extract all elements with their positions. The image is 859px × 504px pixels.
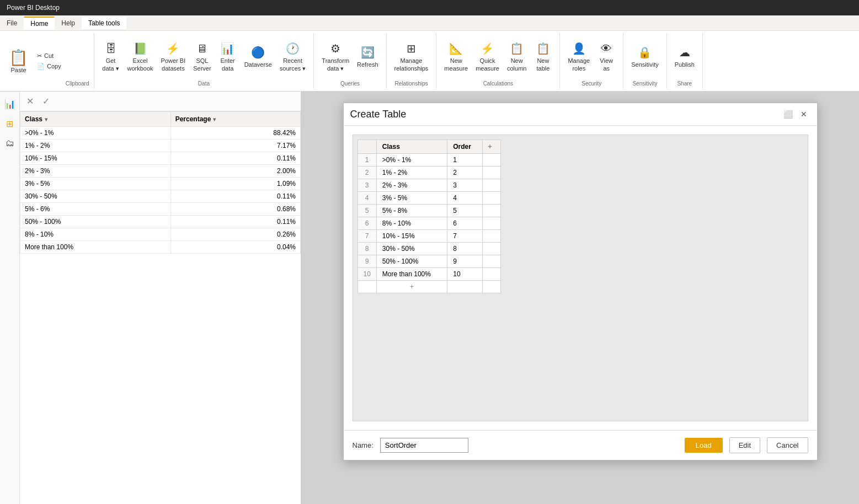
quick-measure-button[interactable]: ⚡ Quickmeasure bbox=[472, 39, 503, 75]
cell-class[interactable]: 1% - 2% bbox=[20, 140, 171, 152]
sidebar-data-icon[interactable]: ⊞ bbox=[2, 116, 18, 131]
dataverse-button[interactable]: 🔵 Dataverse bbox=[241, 43, 275, 71]
formula-confirm-button[interactable]: ✓ bbox=[40, 95, 52, 108]
recent-sources-button[interactable]: 🕐 Recentsources ▾ bbox=[276, 39, 310, 75]
paste-button[interactable]: 📋 Paste bbox=[4, 35, 33, 87]
new-column-button[interactable]: 📋 Newcolumn bbox=[504, 39, 530, 75]
security-buttons: 👤 Manageroles 👁 Viewas bbox=[564, 35, 618, 78]
col-header-percentage[interactable]: Percentage ▾ bbox=[170, 112, 300, 127]
powerbi-icon: ⚡ bbox=[166, 41, 180, 56]
new-measure-button[interactable]: 📐 Newmeasure bbox=[441, 39, 471, 75]
cell-percentage[interactable]: 0.11% bbox=[170, 216, 300, 228]
cell-class[interactable]: 5% - 6% bbox=[20, 203, 171, 216]
row-class[interactable]: >0% - 1% bbox=[376, 154, 447, 167]
excel-button[interactable]: 📗 Excelworkbook bbox=[124, 39, 157, 75]
row-order[interactable]: 1 bbox=[447, 154, 482, 167]
row-order[interactable]: 8 bbox=[447, 243, 482, 255]
cell-class[interactable]: 8% - 10% bbox=[20, 228, 171, 241]
menu-table-tools[interactable]: Table tools bbox=[82, 17, 126, 29]
cancel-button[interactable]: Cancel bbox=[767, 437, 808, 453]
menu-file[interactable]: File bbox=[0, 17, 24, 29]
get-data-button[interactable]: 🗄 Getdata ▾ bbox=[99, 39, 123, 75]
cell-class[interactable]: More than 100% bbox=[20, 241, 171, 254]
view-as-label: Viewas bbox=[600, 57, 613, 73]
row-order[interactable]: 6 bbox=[447, 217, 482, 230]
cell-percentage[interactable]: 2.00% bbox=[170, 165, 300, 178]
copy-icon: 📄 bbox=[37, 63, 45, 70]
transform-button[interactable]: ⚙ Transformdata ▾ bbox=[318, 39, 353, 75]
create-table-order-header[interactable]: Order bbox=[447, 140, 482, 154]
cut-button[interactable]: ✂ Cut bbox=[35, 51, 63, 61]
menu-home[interactable]: Home bbox=[24, 17, 55, 30]
cell-class[interactable]: 10% - 15% bbox=[20, 152, 171, 165]
row-order[interactable]: 2 bbox=[447, 167, 482, 179]
edit-button[interactable]: Edit bbox=[729, 437, 760, 453]
cell-class[interactable]: 2% - 3% bbox=[20, 165, 171, 178]
row-class[interactable]: 8% - 10% bbox=[376, 217, 447, 230]
cell-percentage[interactable]: 0.04% bbox=[170, 241, 300, 254]
row-class[interactable]: 2% - 3% bbox=[376, 179, 447, 192]
col-percentage-dropdown[interactable]: ▾ bbox=[213, 116, 216, 122]
row-num: 1 bbox=[358, 154, 376, 167]
row-class[interactable]: More than 100% bbox=[376, 268, 447, 281]
row-class[interactable]: 50% - 100% bbox=[376, 255, 447, 268]
table-row: 5% - 6% 0.68% bbox=[20, 203, 301, 216]
modal-close-button[interactable]: ✕ bbox=[797, 108, 810, 121]
queries-group: ⚙ Transformdata ▾ 🔄 Refresh Queries bbox=[314, 33, 386, 89]
row-class[interactable]: 30% - 50% bbox=[376, 243, 447, 255]
sql-icon: 🖥 bbox=[196, 41, 207, 56]
powerbi-datasets-button[interactable]: ⚡ Power BIdatasets bbox=[158, 39, 189, 75]
row-class[interactable]: 10% - 15% bbox=[376, 230, 447, 243]
sensitivity-button[interactable]: 🔒 Sensitivity bbox=[628, 43, 662, 71]
queries-group-label: Queries bbox=[340, 78, 360, 87]
menu-help[interactable]: Help bbox=[55, 17, 82, 29]
row-order[interactable]: 10 bbox=[447, 268, 482, 281]
publish-button[interactable]: ☁ Publish bbox=[671, 43, 698, 71]
new-table-label: Newtable bbox=[536, 57, 549, 73]
row-order[interactable]: 5 bbox=[447, 205, 482, 217]
load-button[interactable]: Load bbox=[685, 438, 723, 453]
manage-relationships-button[interactable]: ⊞ Managerelationships bbox=[391, 39, 432, 75]
sql-server-button[interactable]: 🖥 SQLServer bbox=[190, 39, 214, 75]
cell-percentage[interactable]: 0.11% bbox=[170, 152, 300, 165]
add-row-button[interactable]: + bbox=[376, 281, 447, 293]
row-order[interactable]: 9 bbox=[447, 255, 482, 268]
enter-data-button[interactable]: 📊 Enterdata bbox=[216, 39, 240, 75]
refresh-button[interactable]: 🔄 Refresh bbox=[354, 43, 382, 71]
dataverse-icon: 🔵 bbox=[251, 45, 265, 60]
cell-percentage[interactable]: 1.09% bbox=[170, 178, 300, 190]
table-row: More than 100% 0.04% bbox=[20, 241, 301, 254]
queries-buttons: ⚙ Transformdata ▾ 🔄 Refresh bbox=[318, 35, 381, 78]
row-num: 10 bbox=[358, 268, 376, 281]
cell-percentage[interactable]: 0.11% bbox=[170, 190, 300, 203]
cell-percentage[interactable]: 0.26% bbox=[170, 228, 300, 241]
cell-class[interactable]: 50% - 100% bbox=[20, 216, 171, 228]
create-table-class-header[interactable]: Class bbox=[376, 140, 447, 154]
col-class-dropdown[interactable]: ▾ bbox=[45, 116, 47, 122]
cell-percentage[interactable]: 7.17% bbox=[170, 140, 300, 152]
create-table-add-col[interactable]: + bbox=[482, 140, 500, 154]
row-order[interactable]: 4 bbox=[447, 192, 482, 205]
sidebar-report-icon[interactable]: 📊 bbox=[2, 96, 18, 111]
modal-maximize-button[interactable]: ⬜ bbox=[782, 108, 795, 121]
data-table-wrapper: Class ▾ Percentage ▾ >0% bbox=[20, 111, 301, 504]
name-input[interactable] bbox=[380, 438, 468, 453]
new-table-button[interactable]: 📋 Newtable bbox=[531, 39, 555, 75]
cell-percentage[interactable]: 0.68% bbox=[170, 203, 300, 216]
copy-button[interactable]: 📄 Copy bbox=[35, 62, 63, 71]
col-header-class[interactable]: Class ▾ bbox=[20, 112, 171, 127]
new-measure-label: Newmeasure bbox=[444, 57, 468, 73]
cell-class[interactable]: 30% - 50% bbox=[20, 190, 171, 203]
formula-cancel-button[interactable]: ✕ bbox=[24, 95, 36, 108]
row-class[interactable]: 1% - 2% bbox=[376, 167, 447, 179]
row-order[interactable]: 3 bbox=[447, 179, 482, 192]
manage-roles-button[interactable]: 👤 Manageroles bbox=[564, 39, 593, 75]
sidebar-model-icon[interactable]: 🗂 bbox=[2, 136, 18, 151]
row-class[interactable]: 5% - 8% bbox=[376, 205, 447, 217]
cell-class[interactable]: >0% - 1% bbox=[20, 127, 171, 140]
view-as-button[interactable]: 👁 Viewas bbox=[594, 39, 618, 75]
row-class[interactable]: 3% - 5% bbox=[376, 192, 447, 205]
cell-percentage[interactable]: 88.42% bbox=[170, 127, 300, 140]
cell-class[interactable]: 3% - 5% bbox=[20, 178, 171, 190]
row-order[interactable]: 7 bbox=[447, 230, 482, 243]
